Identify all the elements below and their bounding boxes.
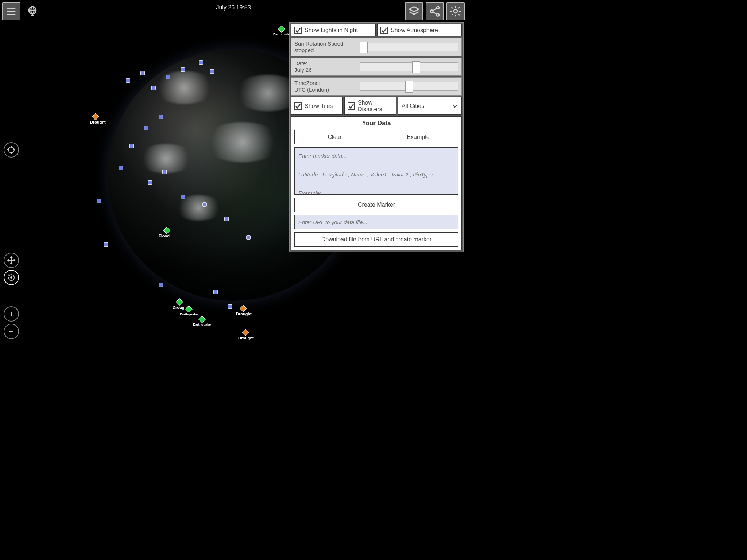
globe-mode-button[interactable] [23,2,42,20]
date-label: Date: July 26 [294,60,356,73]
disaster-pin [240,305,247,312]
gear-icon [449,5,462,18]
select-value: All Cities [402,103,424,109]
rotate-icon [7,273,16,282]
plus-icon [7,310,16,318]
disaster-pin [242,329,249,336]
datetime-label: July 26 19:53 [216,4,251,11]
example-button[interactable]: Example [378,130,458,144]
show-lights-checkbox[interactable]: Show Lights in Night [291,24,376,36]
checkbox-label: Show Tiles [305,103,333,109]
cities-select[interactable]: All Cities [398,97,462,115]
pan-button[interactable] [4,253,19,268]
clear-button[interactable]: Clear [294,130,375,144]
rotate-button[interactable] [4,270,19,285]
checkbox-label: Show Atmosphere [391,27,438,34]
disaster-label: Earthquake [273,32,291,36]
checkbox-icon [348,102,355,110]
move-icon [7,256,16,265]
checkbox-label: Show Disasters [358,100,393,112]
checkbox-icon [380,27,388,34]
svg-line-12 [433,8,437,11]
date-row: Date: July 26 [291,58,462,76]
your-data-title: Your Data [294,120,458,127]
create-marker-button[interactable]: Create Marker [294,198,458,212]
minus-icon [7,327,16,336]
svg-point-20 [11,277,12,278]
center-button[interactable] [4,142,19,158]
date-slider[interactable] [360,62,458,71]
disaster-pin [176,298,183,306]
settings-panel: Show Lights in Night Show Atmosphere Sun… [289,22,464,252]
share-button[interactable] [426,2,444,20]
timezone-row: TimeZone: UTC (London) [291,77,462,96]
layers-icon [408,5,420,18]
crosshair-icon [7,145,16,154]
globe-icon [26,5,39,18]
menu-icon [5,5,18,18]
settings-button[interactable] [446,2,465,20]
show-tiles-checkbox[interactable]: Show Tiles [291,97,343,115]
chevron-down-icon [452,103,458,109]
svg-marker-8 [409,7,419,12]
disaster-label: Drought [173,305,188,310]
show-disasters-checkbox[interactable]: Show Disasters [344,97,396,115]
layers-button[interactable] [405,2,423,20]
disaster-pin [92,113,99,120]
disaster-label: Drought [236,312,252,316]
marker-data-input[interactable] [294,147,458,195]
sun-speed-label: Sun Rotation Speed: stopped [294,40,356,54]
disaster-pin [278,26,285,33]
download-url-button[interactable]: Download file from URL and create marker [294,232,458,247]
sun-speed-slider[interactable] [360,43,458,51]
menu-button[interactable] [2,2,20,20]
your-data-section: Your Data Clear Example Create Marker Do… [291,116,462,250]
disaster-pin [185,306,193,313]
disaster-label: Drought [90,120,106,124]
show-atmosphere-checkbox[interactable]: Show Atmosphere [377,24,462,36]
timezone-slider[interactable] [360,82,458,91]
checkbox-icon [294,102,302,110]
svg-line-13 [433,12,437,14]
sun-speed-row: Sun Rotation Speed: stopped [291,38,462,56]
checkbox-icon [294,27,302,34]
disaster-label: Earthquake [180,312,198,316]
svg-point-14 [454,9,457,13]
zoom-in-button[interactable] [4,306,19,322]
share-icon [429,5,441,18]
checkbox-label: Show Lights in Night [305,27,358,34]
disaster-label: Earthquake [193,323,211,326]
zoom-out-button[interactable] [4,324,19,339]
svg-point-15 [8,147,14,153]
timezone-label: TimeZone: UTC (London) [294,80,356,93]
data-url-input[interactable] [294,215,458,229]
disaster-label: Drought [238,336,254,340]
disaster-pin [198,316,206,323]
